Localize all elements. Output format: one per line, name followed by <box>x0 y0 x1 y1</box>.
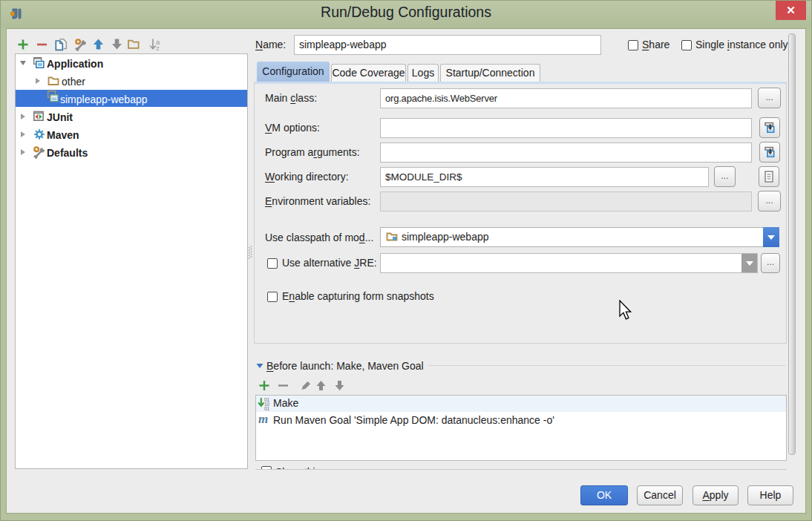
svg-text:z: z <box>156 44 160 51</box>
svg-text:01: 01 <box>264 406 270 411</box>
